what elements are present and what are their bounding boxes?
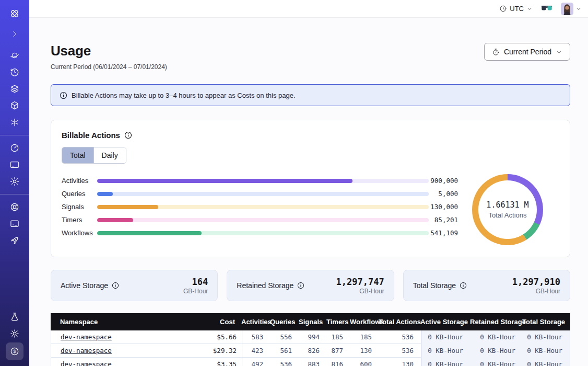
billable-bar-row: Signals130,000 xyxy=(62,200,458,213)
total-storage-label: Total Storage xyxy=(413,281,456,290)
cube-icon[interactable] xyxy=(6,98,23,113)
info-banner: Billable Actions may take up to 3–4 hour… xyxy=(51,84,570,106)
cell-timers: 816 xyxy=(327,358,350,366)
asterisk-icon[interactable] xyxy=(6,115,23,130)
info-icon[interactable] xyxy=(124,131,132,139)
bar-track xyxy=(97,205,429,209)
gear-icon[interactable] xyxy=(6,174,23,189)
bar-fill xyxy=(97,231,202,235)
user-menu[interactable] xyxy=(561,3,582,15)
column-header-retained_storage: Retained Storage xyxy=(470,318,522,326)
namespace-link[interactable]: dev-namespace xyxy=(61,347,112,354)
page-header: Usage Current Period (06/01/2024 – 07/01… xyxy=(51,43,570,71)
app-root: $ UTC Usage xyxy=(0,0,588,366)
total-storage-value: 1,297,910 xyxy=(512,277,560,287)
namespace-link[interactable]: dev-namespace xyxy=(61,360,112,366)
cell-queries: 561 xyxy=(271,344,299,358)
temporal-logo[interactable] xyxy=(6,6,23,21)
donut-total-label: Total Actions xyxy=(489,211,527,219)
info-icon xyxy=(60,92,67,99)
cell-cost: $3.35 xyxy=(192,358,242,366)
period-button-label: Current Period xyxy=(504,48,551,56)
cell-total_actions: 536 xyxy=(379,330,421,344)
support-lifebuoy-icon[interactable] xyxy=(6,199,23,215)
bar-fill xyxy=(97,218,133,222)
history-icon[interactable] xyxy=(6,64,23,80)
tab-total[interactable]: Total xyxy=(62,147,93,163)
clock-icon xyxy=(499,5,507,13)
billable-bar-row: Timers85,201 xyxy=(62,213,458,226)
retained-storage-unit: GB-Hour xyxy=(336,288,384,295)
timezone-selector[interactable]: UTC xyxy=(499,5,533,13)
total-storage-card: Total Storage 1,297,910 GB-Hour xyxy=(403,270,570,301)
column-header-workflows: Workflows xyxy=(350,318,379,326)
gauge-icon[interactable] xyxy=(6,140,23,156)
table-header: NamespaceCostActivitiesQueriesSignalsTim… xyxy=(51,313,570,330)
bar-value: 130,000 xyxy=(429,203,458,211)
usage-dollar-icon[interactable]: $ xyxy=(6,342,23,360)
cell-total_storage: 0 KB-Hour xyxy=(523,358,570,366)
stopwatch-icon xyxy=(492,48,500,56)
column-header-timers: Timers xyxy=(326,318,350,326)
cell-activities: 492 xyxy=(242,358,271,366)
feedback-terminal-icon[interactable] xyxy=(6,216,23,232)
cell-total_actions: 536 xyxy=(379,344,421,358)
glasses-icon[interactable] xyxy=(541,5,552,12)
table-body: dev-namespace$5.665835569941851855360 KB… xyxy=(51,330,570,366)
table-row: dev-namespace$29.324235618268771305360 K… xyxy=(51,344,570,358)
total-storage-unit: GB-Hour xyxy=(512,288,560,295)
bar-category-label: Activities xyxy=(62,177,97,185)
theme-sun-icon[interactable] xyxy=(6,326,23,341)
rocket-icon[interactable] xyxy=(6,233,23,248)
retained-storage-value: 1,297,747 xyxy=(336,277,384,287)
billable-actions-card: Billable Actions TotalDaily Activities90… xyxy=(51,120,570,257)
active-storage-value: 164 xyxy=(183,277,208,287)
info-icon[interactable] xyxy=(112,282,119,289)
cell-total_storage: 0 KB-Hour xyxy=(523,330,570,344)
main-area: UTC Usage Current Period (06/01/2024 – 0… xyxy=(29,0,588,366)
cell-workflows: 600 xyxy=(350,358,379,366)
bar-value: 5,000 xyxy=(429,190,458,198)
cell-activities: 423 xyxy=(242,344,271,358)
info-icon[interactable] xyxy=(460,282,467,289)
total-daily-segmented-control: TotalDaily xyxy=(62,147,126,164)
cell-active_storage: 0 KB-Hour xyxy=(421,358,471,366)
info-icon[interactable] xyxy=(297,282,304,289)
bar-track xyxy=(97,231,429,235)
chevron-down-icon xyxy=(556,49,562,55)
page-content: Usage Current Period (06/01/2024 – 07/01… xyxy=(29,18,588,366)
total-actions-donut-chart: 1.66131 M Total Actions xyxy=(472,174,543,245)
lab-flask-icon[interactable] xyxy=(6,309,23,325)
cell-queries: 536 xyxy=(271,358,299,366)
bar-track xyxy=(97,218,429,222)
bar-category-label: Timers xyxy=(62,216,97,224)
bar-value: 541,109 xyxy=(429,229,458,237)
active-storage-label: Active Storage xyxy=(61,281,108,290)
chevron-down-icon xyxy=(526,6,533,12)
period-selector-button[interactable]: Current Period xyxy=(484,43,570,61)
namespace-link[interactable]: dev-namespace xyxy=(61,333,112,341)
sidebar-expand-chevron-right-icon[interactable] xyxy=(6,26,23,42)
donut-chart-wrap: 1.66131 M Total Actions xyxy=(458,174,557,245)
bar-category-label: Workflows xyxy=(62,229,97,237)
cell-retained_storage: 0 KB-Hour xyxy=(471,344,523,358)
bar-value: 85,201 xyxy=(429,216,458,224)
svg-text:$: $ xyxy=(14,349,16,354)
sidebar-divider xyxy=(0,135,29,135)
cell-total_actions: 130 xyxy=(379,358,421,366)
cell-signals: 994 xyxy=(299,330,327,344)
billing-card-icon[interactable] xyxy=(6,157,23,173)
namespaces-icon[interactable] xyxy=(6,48,23,63)
sidebar-bottom-group: $ xyxy=(6,308,23,361)
cell-timers: 185 xyxy=(327,330,350,344)
cell-timers: 877 xyxy=(327,344,350,358)
cell-total_storage: 0 KB-Hour xyxy=(523,344,570,358)
banner-text: Billable Actions may take up to 3–4 hour… xyxy=(72,92,296,99)
billable-bar-row: Queries5,000 xyxy=(62,187,458,200)
bar-category-label: Signals xyxy=(62,203,97,211)
cell-namespace: dev-namespace xyxy=(51,358,192,366)
page-title: Usage xyxy=(51,43,167,59)
layers-icon[interactable] xyxy=(6,81,23,97)
tab-daily[interactable]: Daily xyxy=(93,147,126,163)
page-subtitle: Current Period (06/01/2024 – 07/01/2024) xyxy=(51,63,167,71)
